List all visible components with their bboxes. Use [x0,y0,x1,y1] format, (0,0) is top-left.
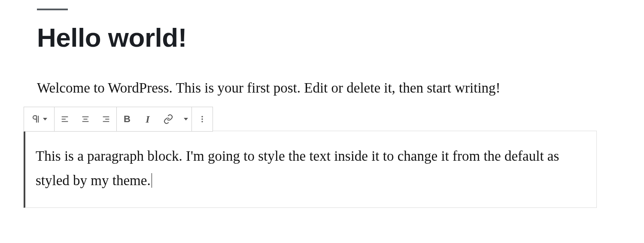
more-vertical-icon [198,115,207,123]
decorative-rule [37,9,68,10]
chevron-down-icon [43,118,47,120]
link-icon [163,114,173,124]
post-title[interactable]: Hello world! [37,23,644,52]
block-toolbar: B I [24,107,213,132]
intro-paragraph[interactable]: Welcome to WordPress. This is your first… [37,78,599,98]
align-center-icon [81,114,90,124]
more-options-button[interactable] [192,107,213,131]
paragraph-block-selected[interactable]: This is a paragraph block. I'm going to … [24,131,597,208]
bold-button[interactable]: B [117,107,137,131]
text-caret [152,173,152,188]
paragraph-text[interactable]: This is a paragraph block. I'm going to … [36,148,559,188]
align-center-button[interactable] [75,107,96,131]
chevron-down-icon [184,118,188,120]
italic-button[interactable]: I [137,107,158,131]
svg-point-10 [201,118,203,120]
link-button[interactable] [158,107,179,131]
italic-icon: I [146,114,149,125]
svg-point-11 [201,121,203,122]
align-left-icon [60,114,70,124]
svg-point-9 [201,116,203,117]
more-rich-text-button[interactable] [179,107,191,131]
align-right-button[interactable] [96,107,116,131]
align-right-icon [101,114,111,124]
block-type-button[interactable] [24,107,54,131]
pilcrow-icon [31,114,41,124]
align-left-button[interactable] [55,107,75,131]
bold-icon: B [124,114,131,125]
